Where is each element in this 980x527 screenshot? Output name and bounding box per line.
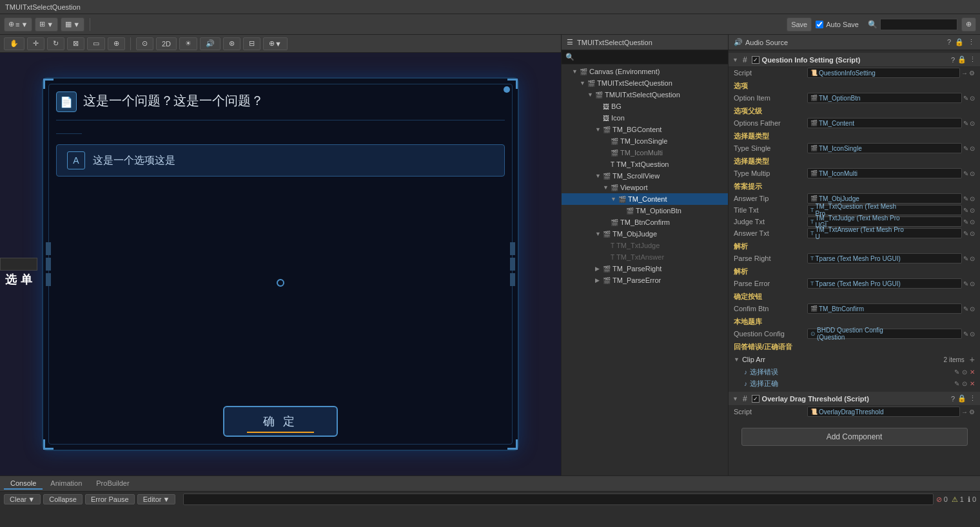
component-checkbox[interactable]: ✓ (752, 56, 760, 64)
overlay-question-icon[interactable]: ? (951, 395, 955, 403)
options-father-goto[interactable]: ⊙ (970, 120, 975, 127)
tree-item-tmui2[interactable]: 🎬 TMUITxtSelectQuestion (562, 89, 728, 101)
tree-item-bgcontent[interactable]: 🎬 TM_BGContent (562, 124, 728, 135)
overlay-settings[interactable]: ⚙ (969, 408, 975, 416)
type-single-edit[interactable]: ✎ (963, 145, 968, 152)
overlay-more-icon[interactable]: ⋮ (969, 394, 976, 403)
scale-tool[interactable]: ⊠ (67, 37, 84, 50)
tree-item-iconmulti[interactable]: 🎬 TM_IconMulti (562, 147, 728, 158)
clip-1-goto[interactable]: ⊙ (962, 369, 967, 376)
add-component-button[interactable]: Add Component (741, 428, 968, 446)
collapse-button[interactable]: Collapse (43, 494, 83, 504)
bgcontent-arrow[interactable] (595, 126, 603, 133)
option-item-edit[interactable]: ✎ (963, 95, 968, 102)
tree-item-txtjudge[interactable]: T TM_TxtJudge (562, 240, 728, 251)
confim-btn-edit[interactable]: ✎ (963, 305, 968, 312)
clear-button[interactable]: Clear ▼ (4, 494, 41, 504)
inspector-lock[interactable]: 🔒 (955, 38, 964, 46)
parse-right-goto[interactable]: ⊙ (970, 255, 975, 262)
clip-2-goto[interactable]: ⊙ (962, 380, 967, 387)
tree-item-bg[interactable]: 🖼 BG (562, 101, 728, 112)
rect-tool[interactable]: ▭ (87, 37, 105, 50)
gizmos-btn[interactable]: ⊕ ▼ (263, 37, 288, 50)
parse-error-goto[interactable]: ⊙ (970, 280, 975, 287)
script-question-icon[interactable]: ? (951, 56, 955, 64)
rotate-tool[interactable]: ↻ (47, 37, 64, 50)
clip-1-edit[interactable]: ✎ (954, 369, 959, 376)
tree-item-canvas[interactable]: 🎬 Canvas (Environment) (562, 66, 728, 77)
audio-btn[interactable]: 🔊 (200, 37, 220, 50)
tree-item-icon[interactable]: 🖼 Icon (562, 112, 728, 124)
layout-dropdown[interactable]: ▦ ▼ (61, 17, 84, 32)
tab-animation[interactable]: Animation (44, 478, 88, 490)
scene-view[interactable]: 单 选 📄 (0, 53, 561, 475)
error-pause-button[interactable]: Error Pause (85, 494, 135, 504)
confirm-button[interactable]: 确 定 (223, 406, 337, 437)
tree-item-optionbtn[interactable]: 🎬 TM_OptionBtn (562, 205, 728, 216)
move-tool[interactable]: ✛ (27, 37, 44, 50)
confim-btn-goto[interactable]: ⊙ (970, 305, 975, 312)
transform-tool[interactable]: ⊕ (108, 37, 125, 50)
tree-item-parseerror[interactable]: 🎬 TM_ParseError (562, 274, 728, 286)
parse-right-edit[interactable]: ✎ (963, 255, 968, 262)
hand-tool[interactable]: ✋ (4, 37, 24, 50)
parseright-arrow[interactable] (595, 265, 603, 272)
type-single-goto[interactable]: ⊙ (970, 145, 975, 152)
2d-toggle[interactable]: 2D (156, 37, 177, 50)
tree-item-content[interactable]: 🎬 TM_Content (562, 193, 728, 205)
scrollview-arrow[interactable] (595, 173, 603, 179)
tree-item-tmui1[interactable]: 🎬 TMUITxtSelectQuestion (562, 77, 728, 89)
clip-2-delete[interactable]: ✕ (970, 380, 975, 387)
viewport-arrow[interactable] (603, 184, 611, 191)
tree-item-scrollview[interactable]: 🎬 TM_ScrollView (562, 170, 728, 182)
title-txt-edit[interactable]: ✎ (963, 207, 968, 214)
answer-txt-goto[interactable]: ⊙ (970, 230, 975, 237)
shaded-dropdown[interactable]: ⊙ (136, 37, 153, 50)
console-search-input[interactable] (183, 493, 933, 505)
tree-item-objjudge[interactable]: 🎬 TM_ObjJudge (562, 228, 728, 240)
question-config-goto[interactable]: ⊙ (970, 331, 975, 338)
effects-btn[interactable]: ⊛ (223, 37, 240, 50)
overlay-checkbox[interactable]: ✓ (752, 395, 760, 403)
tab-probuilder[interactable]: ProBuilder (90, 478, 135, 490)
component-header-script[interactable]: # ✓ Question Info Setting (Script) ? 🔒 ⋮ (729, 53, 980, 67)
option-item-goto[interactable]: ⊙ (970, 95, 975, 102)
lighting-btn[interactable]: ☀ (179, 37, 197, 50)
canvas-arrow[interactable] (572, 68, 580, 75)
script-lock-icon[interactable]: 🔒 (957, 55, 966, 64)
clip-arr-add[interactable]: + (970, 354, 975, 365)
answer-tip-edit[interactable]: ✎ (963, 195, 968, 202)
grid-btn[interactable]: ⊟ (243, 37, 260, 50)
script-goto[interactable]: → (961, 70, 968, 77)
hierarchy-search-input[interactable] (577, 53, 724, 61)
parse-error-edit[interactable]: ✎ (963, 280, 968, 287)
component-header-overlay[interactable]: # ✓ Overlay Drag Threshold (Script) ? 🔒 … (729, 392, 980, 406)
clip-1-delete[interactable]: ✕ (970, 369, 975, 376)
script-more-icon[interactable]: ⋮ (969, 55, 976, 64)
title-txt-goto[interactable]: ⊙ (970, 207, 975, 214)
script-settings[interactable]: ⚙ (969, 70, 975, 77)
clip-2-edit[interactable]: ✎ (954, 380, 959, 387)
judge-txt-edit[interactable]: ✎ (963, 218, 968, 225)
content-arrow[interactable] (611, 196, 618, 202)
objjudge-arrow[interactable] (595, 231, 603, 237)
tree-item-txtanswer[interactable]: T TM_TxtAnswer (562, 251, 728, 263)
tab-console[interactable]: Console (4, 478, 43, 490)
options-father-edit[interactable]: ✎ (963, 120, 968, 127)
side-tab[interactable]: 单 选 (0, 258, 37, 271)
type-multi-edit[interactable]: ✎ (963, 170, 968, 177)
tree-item-parseright[interactable]: 🎬 TM_ParseRight (562, 263, 728, 274)
tree-item-txtquestion[interactable]: T TM_TxtQuestion (562, 158, 728, 170)
auto-save-checkbox[interactable] (816, 21, 823, 28)
question-config-edit[interactable]: ✎ (963, 331, 968, 338)
clip-arr-arrow[interactable] (734, 356, 740, 363)
tree-item-btnconfirm[interactable]: 🎬 TM_BtnConfirm (562, 216, 728, 228)
overlay-lock-icon[interactable]: 🔒 (957, 394, 966, 403)
save-button[interactable]: Save (787, 17, 812, 32)
editor-button[interactable]: Editor ▼ (137, 494, 176, 504)
tree-item-iconsingle[interactable]: 🎬 TM_IconSingle (562, 135, 728, 147)
question-icon-btn[interactable]: ? (947, 38, 951, 46)
answer-txt-edit[interactable]: ✎ (963, 230, 968, 237)
tmui1-arrow[interactable] (580, 80, 587, 86)
inspector-more[interactable]: ⋮ (968, 38, 975, 46)
